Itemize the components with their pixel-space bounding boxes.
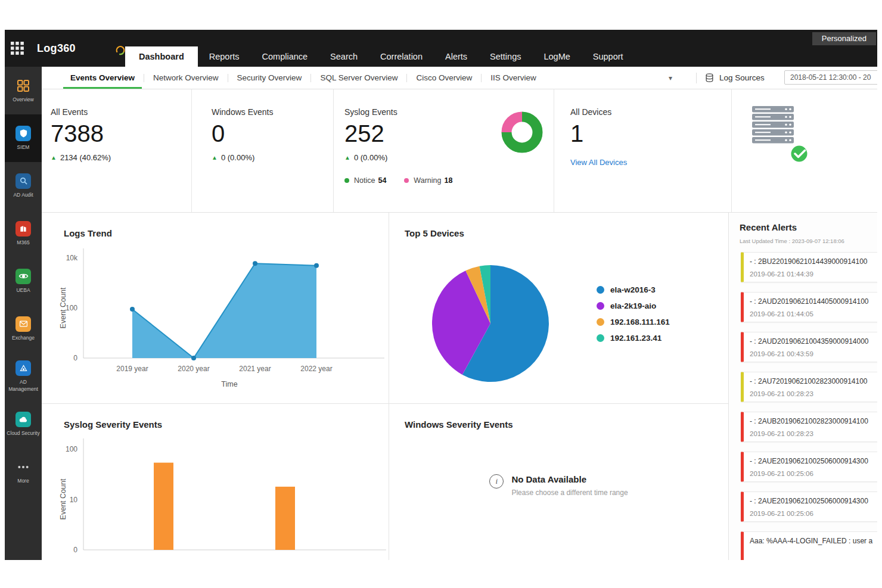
nav-item-reports[interactable]: Reports [198,46,251,67]
m365-icon [15,221,31,237]
legend-label: Notice [354,176,375,185]
nav-item-alerts[interactable]: Alerts [434,46,479,67]
top-devices-title: Top 5 Devices [405,228,464,238]
svg-text:100: 100 [66,445,77,453]
alert-time: 2019-06-21 00:43:59 [750,350,877,357]
charts-grid: Logs Trend 010010k2019 year2020 year2021… [42,213,877,560]
tab-network-overview[interactable]: Network Overview [144,67,228,89]
stat-delta-text: 0 (0.00%) [221,153,254,162]
alert-card[interactable]: - : 2BU2201906210144390009141002019-06-2… [741,252,877,282]
search-icon [15,173,31,189]
shield-icon [15,126,31,141]
log-sources-label: Log Sources [719,73,765,82]
alert-text: - : 2BU220190621014439000914100 [750,257,877,266]
stat-delta: ▲ 0 (0.00%) [212,153,333,162]
top-devices-cell-svg [389,213,729,403]
sidebar: OverviewSIEMAD AuditM365UEBAExchangeAD M… [5,67,42,560]
stat-label: All Devices [570,107,731,117]
stat-delta-text: 2134 (40.62%) [60,153,111,162]
cloud-icon [15,412,31,427]
logo-swoosh-icon [115,45,126,56]
status-ok-icon [790,145,808,163]
chevron-down-icon[interactable]: ▾ [662,67,679,89]
alert-card[interactable]: - : 2AU7201906210028230009141002019-06-2… [741,372,877,402]
overview-tabs: Events OverviewNetwork OverviewSecurity … [61,67,545,89]
nav-item-compliance[interactable]: Compliance [251,46,319,67]
nav-item-support[interactable]: Support [582,46,635,67]
legend-item-warning: Warning18 [404,176,452,185]
legend-dot [597,334,604,342]
stat-syslog-events: Syslog Events 252 ▲ 0 (0.00%) Notice54Wa… [334,89,554,212]
stat-delta: ▲ 2134 (40.62%) [51,153,191,162]
nav-item-search[interactable]: Search [319,46,369,67]
grid-icon [15,78,31,94]
view-all-devices-link[interactable]: View All Devices [570,158,731,167]
nav-item-dashboard[interactable]: Dashboard [125,46,198,67]
alert-time: 2019-06-21 01:44:05 [750,310,877,318]
app-logo-text: Log360 [37,42,76,55]
alert-card[interactable]: - : 2AUE201906210025060009143002019-06-2… [741,452,877,482]
nav-item-settings[interactable]: Settings [479,46,532,67]
alert-text: Aaa: %AAA-4-LOGIN_FAILED : user a [750,537,877,545]
personalized-button[interactable]: Personalized [812,32,876,45]
date-range-input[interactable]: 2018-05-21 12:30:00 - 20 [784,70,877,85]
main-nav: DashboardReportsComplianceSearchCorrelat… [125,46,635,67]
sidebar-item-cloud-security[interactable]: Cloud Security [5,400,42,448]
tab-security-overview[interactable]: Security Overview [228,67,311,89]
legend-item-192-161-23-41: 192.161.23.41 [597,334,670,343]
windows-severity-title: Windows Severity Events [405,419,513,430]
alert-card[interactable]: - : 2AUE201906210025060009143002019-06-2… [741,491,877,522]
logs-trend-cell: Logs Trend 010010k2019 year2020 year2021… [42,213,389,403]
app-grid-icon[interactable] [10,41,25,56]
legend-value: 18 [444,176,452,185]
sidebar-item-ueba[interactable]: UEBA [5,257,42,305]
sidebar-item-overview[interactable]: Overview [5,67,42,114]
tab-events-overview[interactable]: Events Overview [61,67,144,89]
sidebar-item-label: AD Management [5,379,42,392]
alert-card[interactable]: - : 2AUD201906210144050009141002019-06-2… [741,292,877,322]
alert-card[interactable]: Aaa: %AAA-4-LOGIN_FAILED : user a [741,531,877,560]
server-illustration [741,102,813,172]
sidebar-item-more[interactable]: More [5,448,42,496]
legend-dot [597,302,604,310]
svg-text:100: 100 [66,304,77,312]
alert-time: 2019-06-21 00:28:23 [750,430,877,437]
stat-windows-events: Windows Events 0 ▲ 0 (0.00%) [192,89,334,212]
tab-cisco-overview[interactable]: Cisco Overview [407,67,481,89]
svg-text:2022 year: 2022 year [300,365,332,373]
nav-item-correlation[interactable]: Correlation [369,46,434,67]
no-data-title: No Data Available [511,474,628,484]
svg-text:Event Count: Event Count [59,478,67,519]
alerts-list: - : 2BU2201906210144390009141002019-06-2… [741,252,877,560]
sidebar-item-ad-management[interactable]: AD Management [5,353,42,400]
sidebar-item-siem[interactable]: SIEM [5,114,42,162]
stat-value: 1 [570,121,731,146]
alert-time: 2019-06-21 00:28:23 [750,390,877,397]
syslog-severity-title: Syslog Severity Events [64,419,162,430]
app-grid-glyph [10,41,25,56]
mail-icon [15,316,31,332]
tab-iis-overview[interactable]: IIS Overview [482,67,545,89]
svg-text:10k: 10k [66,254,78,262]
up-arrow-icon: ▲ [344,154,350,161]
sidebar-item-label: Exchange [11,335,36,341]
svg-text:10: 10 [70,496,78,504]
sidebar-item-label: Overview [11,97,35,103]
no-data-state: i No Data Available Please choose a diff… [389,474,728,497]
sidebar-item-label: UEBA [15,287,31,294]
recent-alerts-panel: Recent Alerts Last Updated Time : 2023-0… [728,213,877,560]
overview-tabbar: Events OverviewNetwork OverviewSecurity … [42,67,877,89]
alert-card[interactable]: - : 2AUB201906210028230009141002019-06-2… [741,412,877,442]
legend-dot [404,178,409,183]
alert-card[interactable]: - : 2AUD201906210043590009140002019-06-2… [741,332,877,362]
sidebar-item-m365[interactable]: M365 [5,210,42,257]
sidebar-item-exchange[interactable]: Exchange [5,305,42,353]
legend-item-notice: Notice54 [344,176,386,185]
syslog-severity-cell: Syslog Severity Events 010100Event Count [42,403,389,560]
tab-sql-server-overview[interactable]: SQL Server Overview [311,67,406,89]
sidebar-item-ad-audit[interactable]: AD Audit [5,162,42,210]
app-logo: Log360 [37,30,86,67]
log-sources-button[interactable]: Log Sources [704,67,765,89]
nav-item-logme[interactable]: LogMe [532,46,581,67]
recent-alerts-title: Recent Alerts [740,222,797,232]
